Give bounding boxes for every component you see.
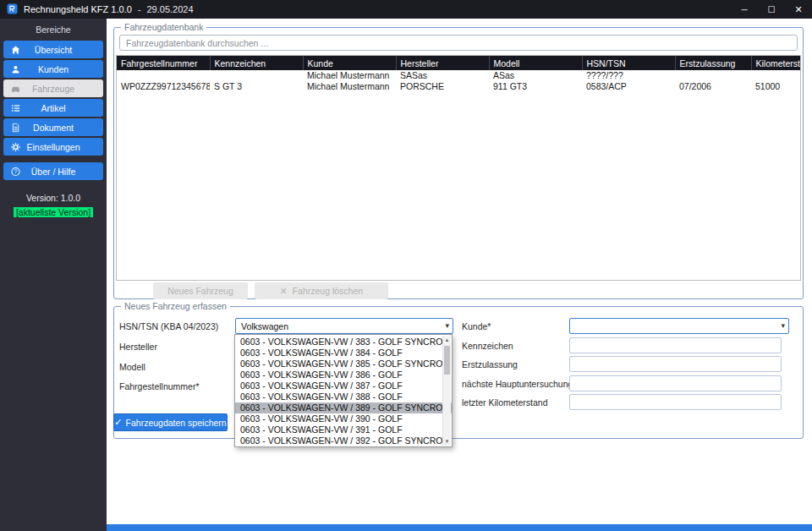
- modell-label: Modell: [119, 362, 145, 372]
- hsn-tsn-dropdown: 0603 - VOLKSWAGEN-VW / 383 - GOLF SYNCRO…: [234, 334, 453, 447]
- table-cell: [210, 70, 303, 81]
- home-icon: [11, 45, 20, 54]
- maximize-icon: ☐: [768, 5, 776, 14]
- dropdown-item[interactable]: 0603 - VOLKSWAGEN-VW / 390 - GOLF: [235, 413, 452, 424]
- dropdown-item[interactable]: 0603 - VOLKSWAGEN-VW / 387 - GOLF: [235, 380, 452, 391]
- hersteller-label: Hersteller: [119, 342, 157, 352]
- sidebar-header: Bereiche: [0, 19, 107, 39]
- save-vehicle-button[interactable]: ✓ Fahrzeugdaten speichern: [113, 413, 228, 431]
- column-header[interactable]: Modell: [489, 56, 582, 70]
- kilometerstand-field[interactable]: [570, 395, 781, 409]
- manufacturer-combobox-input[interactable]: [236, 319, 453, 333]
- new-vehicle-title: Neues Fahrzeug erfassen: [121, 301, 230, 311]
- app-icon: [7, 3, 18, 16]
- delete-vehicle-button-label: Fahrzeug löschen: [293, 286, 363, 296]
- sidebar: Bereiche ÜbersichtKundenFahrzeugeArtikel…: [0, 19, 107, 531]
- hauptuntersuchung-label: nächste Hauptuntersuchung: [462, 379, 573, 389]
- close-button[interactable]: ✕: [785, 0, 812, 19]
- kunde-combobox[interactable]: ▾: [569, 318, 789, 334]
- delete-vehicle-button[interactable]: ✕ Fahrzeug löschen: [255, 282, 388, 299]
- dropdown-item[interactable]: 0603 - VOLKSWAGEN-VW / 383 - GOLF SYNCRO: [235, 337, 452, 348]
- user-icon: [11, 64, 20, 74]
- manufacturer-combobox[interactable]: ▾: [235, 318, 453, 334]
- sidebar-item-ueber-hilfe[interactable]: ?Über / Hilfe: [3, 162, 103, 180]
- kunde-label: Kunde*: [462, 321, 491, 331]
- vehicle-table: FahrgestellnummerKennzeichenKundeHerstel…: [116, 55, 801, 281]
- column-header[interactable]: Erstzulassung: [675, 56, 751, 70]
- sidebar-item-label: Über / Hilfe: [31, 167, 76, 177]
- hsn-tsn-label: HSN/TSN (KBA 04/2023): [119, 321, 218, 331]
- scroll-up-icon[interactable]: ▲: [443, 336, 451, 344]
- car-icon: [11, 84, 20, 93]
- table-cell: Michael Mustermann: [303, 81, 396, 92]
- new-vehicle-button[interactable]: Neues Fahrzeug: [153, 282, 248, 299]
- table-cell: 0583/ACP: [582, 81, 675, 92]
- column-header[interactable]: Kilometerstand: [751, 56, 801, 70]
- kennzeichen-field[interactable]: [570, 338, 781, 353]
- sidebar-item-uebersicht[interactable]: Übersicht: [3, 41, 103, 58]
- table-cell: Michael Mustermann: [303, 70, 396, 81]
- column-header[interactable]: HSN/TSN: [582, 56, 675, 70]
- table-cell: SASas: [396, 70, 489, 81]
- kilometerstand-label: letzter Kilometerstand: [462, 397, 548, 408]
- kunde-field[interactable]: [570, 319, 788, 333]
- dropdown-item[interactable]: 0603 - VOLKSWAGEN-VW / 391 - GOLF: [235, 424, 452, 435]
- sidebar-item-fahrzeuge[interactable]: Fahrzeuge: [3, 79, 103, 97]
- sidebar-item-label: Artikel: [41, 103, 65, 113]
- dropdown-item[interactable]: 0603 - VOLKSWAGEN-VW / 386 - GOLF: [235, 370, 452, 380]
- table-header-row: FahrgestellnummerKennzeichenKundeHerstel…: [117, 56, 801, 70]
- kennzeichen-label: Kennzeichen: [462, 341, 513, 351]
- table-cell: PORSCHE: [396, 81, 489, 92]
- column-header[interactable]: Kunde: [303, 56, 396, 70]
- table-cell: S GT 3: [210, 81, 303, 92]
- maximize-button[interactable]: ☐: [758, 0, 785, 19]
- scrollbar-thumb[interactable]: [444, 346, 450, 375]
- dropdown-item[interactable]: 0603 - VOLKSWAGEN-VW / 384 - GOLF: [235, 348, 452, 359]
- table-row[interactable]: Michael MustermannSASasASas????/???: [117, 70, 801, 81]
- dropdown-item[interactable]: 0603 - VOLKSWAGEN-VW / 392 - GOLF SYNCRO: [235, 435, 452, 446]
- list-icon: [11, 103, 20, 112]
- column-header[interactable]: Hersteller: [396, 56, 489, 70]
- dropdown-items: 0603 - VOLKSWAGEN-VW / 383 - GOLF SYNCRO…: [235, 337, 452, 446]
- sidebar-item-artikel[interactable]: Artikel: [3, 99, 103, 117]
- erstzulassung-input[interactable]: [569, 356, 782, 372]
- sidebar-item-label: Einstellungen: [26, 142, 80, 152]
- table-cell: 911 GT3: [489, 81, 582, 92]
- erstzulassung-label: Erstzulassung: [462, 359, 518, 370]
- dropdown-scrollbar[interactable]: ▲ ▼: [442, 336, 451, 446]
- table-cell: ????/???: [582, 70, 675, 81]
- hauptuntersuchung-field[interactable]: [570, 376, 781, 391]
- window-controls: ─ ☐ ✕: [731, 0, 812, 19]
- column-header[interactable]: Fahrgestellnummer: [117, 56, 210, 70]
- column-header[interactable]: Kennzeichen: [210, 56, 303, 70]
- gear-icon: [11, 142, 20, 151]
- sidebar-item-label: Fahrzeuge: [32, 84, 74, 94]
- table-cell: WP0ZZZ997123456789: [117, 81, 210, 92]
- sidebar-item-label: Übersicht: [35, 45, 72, 55]
- delete-x-icon: ✕: [280, 286, 288, 296]
- close-icon: ✕: [794, 4, 802, 15]
- erstzulassung-field[interactable]: [570, 357, 781, 371]
- window-title: Rechnungsheld KFZ 1.0.0: [24, 4, 132, 14]
- version-badge: [aktuellste Version]: [14, 207, 93, 217]
- document-icon: [11, 123, 20, 132]
- sidebar-item-einstellungen[interactable]: Einstellungen: [3, 138, 103, 156]
- table-row[interactable]: WP0ZZZ997123456789S GT 3Michael Musterma…: [117, 81, 801, 92]
- sidebar-item-kunden[interactable]: Kunden: [3, 60, 103, 78]
- search-input[interactable]: [119, 35, 798, 51]
- svg-text:?: ?: [14, 168, 18, 174]
- dropdown-item[interactable]: 0603 - VOLKSWAGEN-VW / 389 - GOLF SYNCRO: [235, 402, 452, 413]
- fahrgestellnummer-label: Fahrgestellnummer*: [119, 381, 200, 391]
- minimize-button[interactable]: ─: [731, 0, 758, 19]
- dropdown-item[interactable]: 0603 - VOLKSWAGEN-VW / 388 - GOLF: [235, 391, 452, 402]
- check-icon: ✓: [114, 417, 122, 428]
- dropdown-item[interactable]: 0603 - VOLKSWAGEN-VW / 385 - GOLF SYNCRO: [235, 359, 452, 370]
- scroll-down-icon[interactable]: ▼: [443, 437, 451, 446]
- kilometerstand-input[interactable]: [569, 394, 782, 410]
- vehicle-database-section: Fahrzeugdatenbank FahrgestellnummerKennz…: [113, 27, 804, 299]
- sidebar-item-dokument[interactable]: Dokument: [3, 118, 103, 136]
- kennzeichen-input[interactable]: [569, 337, 782, 353]
- window-date: 29.05.2024: [146, 4, 193, 14]
- hauptuntersuchung-input[interactable]: [569, 375, 782, 391]
- sidebar-items: ÜbersichtKundenFahrzeugeArtikelDokumentE…: [0, 41, 107, 180]
